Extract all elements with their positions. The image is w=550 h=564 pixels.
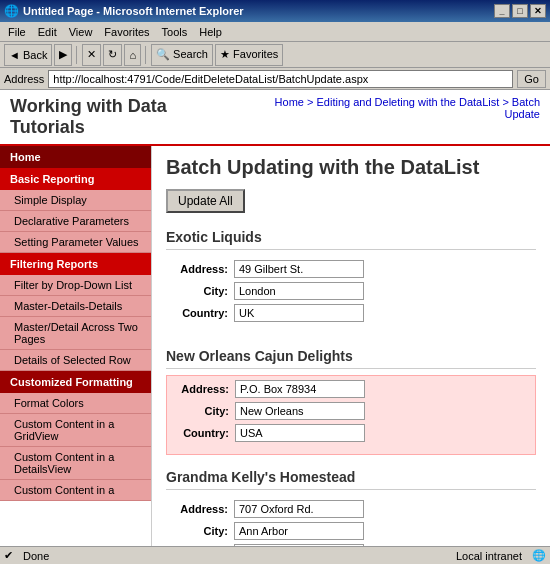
breadcrumb-section-link[interactable]: Editing and Deleting with the DataList	[316, 96, 499, 108]
back-button[interactable]: ◄ Back	[4, 44, 52, 66]
minimize-button[interactable]: _	[494, 4, 510, 18]
home-button[interactable]: ⌂	[124, 44, 141, 66]
label-address-1: Address:	[175, 383, 235, 395]
company-form-1: Address: City: Country:	[166, 375, 536, 455]
breadcrumb-home-link[interactable]: Home	[275, 96, 304, 108]
breadcrumb-current: > Batch Update	[502, 96, 540, 120]
field-row-country-1: Country:	[175, 424, 527, 442]
go-button[interactable]: Go	[517, 70, 546, 88]
status-text: Done	[23, 550, 49, 562]
status-icon: ✔	[4, 549, 13, 562]
site-title: Working with Data Tutorials	[10, 96, 242, 138]
sidebar-item-declarative-parameters[interactable]: Declarative Parameters	[0, 211, 151, 232]
input-country-0[interactable]	[234, 304, 364, 322]
company-form-2: Address: City: Country:	[166, 496, 536, 546]
field-row-city-1: City:	[175, 402, 527, 420]
toolbar: ◄ Back ▶ ✕ ↻ ⌂ 🔍 Search ★ Favorites	[0, 42, 550, 68]
input-address-2[interactable]	[234, 500, 364, 518]
menu-favorites[interactable]: Favorites	[98, 24, 155, 40]
menu-edit[interactable]: Edit	[32, 24, 63, 40]
input-city-1[interactable]	[235, 402, 365, 420]
sidebar-item-setting-parameter-values[interactable]: Setting Parameter Values	[0, 232, 151, 253]
page-title: Batch Updating with the DataList	[166, 156, 536, 179]
window-title-area: 🌐 Untitled Page - Microsoft Internet Exp…	[4, 4, 494, 18]
favorites-button[interactable]: ★ Favorites	[215, 44, 283, 66]
label-country-0: Country:	[174, 307, 234, 319]
company-name-1: New Orleans Cajun Delights	[166, 344, 536, 369]
toolbar-separator-1	[76, 46, 78, 64]
sidebar-item-format-colors[interactable]: Format Colors	[0, 393, 151, 414]
company-section-1: New Orleans Cajun Delights Address: City…	[166, 344, 536, 455]
menubar: File Edit View Favorites Tools Help	[0, 22, 550, 42]
label-city-1: City:	[175, 405, 235, 417]
sidebar: Home Basic Reporting Simple Display Decl…	[0, 146, 152, 546]
field-row-address-2: Address:	[174, 500, 528, 518]
label-city-0: City:	[174, 285, 234, 297]
menu-help[interactable]: Help	[193, 24, 228, 40]
window-title: Untitled Page - Microsoft Internet Explo…	[23, 5, 244, 17]
toolbar-separator-2	[145, 46, 147, 64]
sidebar-section-basic-reporting[interactable]: Basic Reporting	[0, 168, 151, 190]
statusbar: ✔ Done Local intranet 🌐	[0, 546, 550, 564]
input-city-2[interactable]	[234, 522, 364, 540]
window-titlebar: 🌐 Untitled Page - Microsoft Internet Exp…	[0, 0, 550, 22]
sidebar-home[interactable]: Home	[0, 146, 151, 168]
search-button[interactable]: 🔍 Search	[151, 44, 213, 66]
window-controls: _ □ ✕	[494, 4, 546, 18]
sidebar-section-filtering-reports[interactable]: Filtering Reports	[0, 253, 151, 275]
field-row-address-0: Address:	[174, 260, 528, 278]
input-city-0[interactable]	[234, 282, 364, 300]
forward-button[interactable]: ▶	[54, 44, 72, 66]
page-header: Working with Data Tutorials Home > Editi…	[0, 90, 550, 146]
update-all-button[interactable]: Update All	[166, 189, 245, 213]
company-name-2: Grandma Kelly's Homestead	[166, 465, 536, 490]
addressbar: Address Go	[0, 68, 550, 90]
company-form-0: Address: City: Country:	[166, 256, 536, 334]
maximize-button[interactable]: □	[512, 4, 528, 18]
close-button[interactable]: ✕	[530, 4, 546, 18]
input-address-0[interactable]	[234, 260, 364, 278]
label-address-2: Address:	[174, 503, 234, 515]
refresh-button[interactable]: ↻	[103, 44, 122, 66]
sidebar-item-custom-content-detailsview[interactable]: Custom Content in a DetailsView	[0, 447, 151, 480]
content-area: Home Basic Reporting Simple Display Decl…	[0, 146, 550, 546]
zone-icon: 🌐	[532, 549, 546, 562]
zone-text: Local intranet	[456, 550, 522, 562]
sidebar-item-master-detail-two-pages[interactable]: Master/Detail Across Two Pages	[0, 317, 151, 350]
sidebar-item-details-selected-row[interactable]: Details of Selected Row	[0, 350, 151, 371]
company-name-0: Exotic Liquids	[166, 225, 536, 250]
label-city-2: City:	[174, 525, 234, 537]
input-address-1[interactable]	[235, 380, 365, 398]
main-content: Batch Updating with the DataList Update …	[152, 146, 550, 546]
menu-view[interactable]: View	[63, 24, 99, 40]
field-row-country-0: Country:	[174, 304, 528, 322]
sidebar-item-custom-content-other[interactable]: Custom Content in a	[0, 480, 151, 501]
stop-button[interactable]: ✕	[82, 44, 101, 66]
address-input[interactable]	[48, 70, 513, 88]
menu-file[interactable]: File	[2, 24, 32, 40]
sidebar-item-filter-dropdown[interactable]: Filter by Drop-Down List	[0, 275, 151, 296]
company-section-0: Exotic Liquids Address: City: Country:	[166, 225, 536, 334]
field-row-city-2: City:	[174, 522, 528, 540]
address-label: Address	[4, 73, 44, 85]
input-country-1[interactable]	[235, 424, 365, 442]
sidebar-section-customized-formatting[interactable]: Customized Formatting	[0, 371, 151, 393]
breadcrumb: Home > Editing and Deleting with the Dat…	[242, 96, 540, 120]
field-row-city-0: City:	[174, 282, 528, 300]
company-section-2: Grandma Kelly's Homestead Address: City:…	[166, 465, 536, 546]
label-country-1: Country:	[175, 427, 235, 439]
menu-tools[interactable]: Tools	[156, 24, 194, 40]
ie-icon: 🌐	[4, 4, 19, 18]
layout-container: Working with Data Tutorials Home > Editi…	[0, 90, 550, 564]
sidebar-item-custom-content-gridview[interactable]: Custom Content in a GridView	[0, 414, 151, 447]
sidebar-item-master-details[interactable]: Master-Details-Details	[0, 296, 151, 317]
field-row-address-1: Address:	[175, 380, 527, 398]
sidebar-item-simple-display[interactable]: Simple Display	[0, 190, 151, 211]
label-address-0: Address:	[174, 263, 234, 275]
